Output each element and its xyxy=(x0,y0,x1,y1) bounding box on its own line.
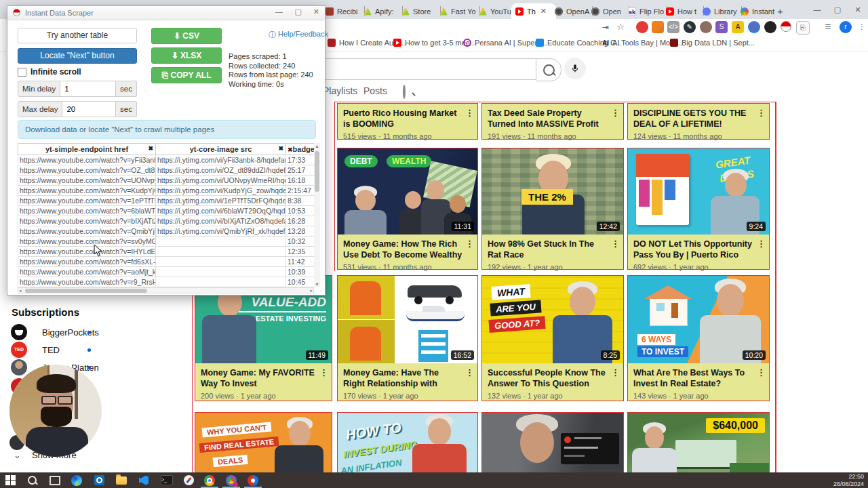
locate-next-button[interactable]: Locate "Next" button xyxy=(18,48,137,64)
profile-avatar[interactable]: r xyxy=(840,21,852,33)
video-thumbnail[interactable]: $640,000 xyxy=(628,413,769,475)
bookmark-star-icon[interactable]: ☆ xyxy=(614,21,627,33)
video-thumbnail[interactable]: GREAT DEALS 9:24 xyxy=(628,148,769,235)
kebab-menu-icon[interactable]: ⋮ xyxy=(465,108,474,118)
video-card[interactable]: 6 WAYS TO INVEST 10:20 What Are The Best… xyxy=(627,275,770,401)
video-card[interactable]: HOW TO INVEST DURING AN INFLATION xyxy=(337,412,478,474)
new-tab-button[interactable]: + xyxy=(773,3,795,19)
tab-howto[interactable]: How t xyxy=(662,3,704,19)
kebab-menu-icon[interactable]: ⋮ xyxy=(465,239,474,249)
plug-extension-icon[interactable] xyxy=(700,21,712,33)
kebab-menu-icon[interactable]: ⋮ xyxy=(611,367,620,378)
yt-tab-posts[interactable]: Posts xyxy=(363,85,387,96)
outlook-icon[interactable] xyxy=(90,474,108,487)
yt-mic-button[interactable] xyxy=(564,58,586,79)
window-close-button[interactable]: ✕ xyxy=(848,0,868,19)
video-card[interactable]: 16:52 Money Game: Have The Right Relatio… xyxy=(337,275,478,401)
remove-column-icon[interactable]: ✖ xyxy=(288,146,293,153)
chrome-icon-2[interactable] xyxy=(222,474,240,487)
popup-titlebar[interactable]: Instant Data Scraper — ▢ ✕ xyxy=(7,6,325,20)
scroll-up-icon[interactable]: ▲ xyxy=(314,143,320,149)
video-card[interactable]: DEBT WEALTH 11:31 Money Game: How The Ri… xyxy=(337,148,478,270)
metamask-extension-icon[interactable] xyxy=(652,21,664,33)
try-another-table-button[interactable]: Try another table xyxy=(18,28,137,43)
video-thumbnail[interactable]: WHAT ARE YOU GOOD AT? 8:25 xyxy=(482,276,623,363)
tab-store[interactable]: Store xyxy=(397,3,441,19)
video-thumbnail[interactable]: WHY YOU CAN'T FIND REAL ESTATE DEALS xyxy=(195,413,332,475)
csv-download-button[interactable]: ⬇ CSV xyxy=(151,28,222,44)
task-view-icon[interactable] xyxy=(46,474,64,487)
flower-extension-icon[interactable] xyxy=(748,21,760,33)
infinite-scroll-checkbox[interactable] xyxy=(18,68,26,77)
scrollbar-thumb[interactable] xyxy=(25,289,147,293)
tab-flipflo[interactable]: skFlip Flo xyxy=(624,3,667,19)
clipboard-extension-icon[interactable]: ⎘ xyxy=(796,21,810,35)
video-card[interactable]: GREAT DEALS 9:24 DO NOT Let This Opportu… xyxy=(627,148,770,270)
video-thumbnail[interactable]: DEBT WEALTH 11:31 xyxy=(338,148,477,235)
yt-tab-playlists[interactable]: Playlists xyxy=(323,85,357,96)
browser-menu-icon[interactable]: ⋮ xyxy=(856,21,868,33)
sidebar-item-biggerpockets[interactable]: BiggerPockets xyxy=(11,324,99,340)
taskbar-search-icon[interactable] xyxy=(23,474,41,487)
popup-maximize-icon[interactable]: ▢ xyxy=(295,7,302,16)
scroll-left-icon[interactable]: ◂ xyxy=(19,288,22,293)
kebab-menu-icon[interactable]: ⋮ xyxy=(757,108,766,118)
video-card[interactable]: $640,000 xyxy=(627,412,770,474)
compass-icon[interactable] xyxy=(180,474,197,487)
video-thumbnail[interactable]: 16:52 xyxy=(338,276,477,363)
video-card[interactable] xyxy=(481,412,624,474)
code-extension-icon[interactable]: </> xyxy=(667,21,679,33)
video-card[interactable]: THE 2% 12:42 How 98% Get Stuck In The Ra… xyxy=(481,148,624,270)
help-feedback-link[interactable]: ⓘ Help/Feedback xyxy=(269,30,328,40)
terminal-icon[interactable]: >_ xyxy=(158,474,176,487)
pen-extension-icon[interactable]: ✎ xyxy=(684,21,696,33)
tab-recibi[interactable]: Recibi xyxy=(321,3,365,19)
a-extension-icon[interactable]: A xyxy=(732,21,744,33)
tab-library[interactable]: Library xyxy=(698,3,742,19)
edge-icon[interactable] xyxy=(68,474,85,487)
tab-openai-2[interactable]: Open xyxy=(587,3,629,19)
tab-close-icon[interactable]: ✕ xyxy=(540,7,547,16)
kebab-menu-icon[interactable]: ⋮ xyxy=(611,239,620,249)
kebab-menu-icon[interactable]: ⋮ xyxy=(757,239,766,249)
window-maximize-button[interactable]: ▢ xyxy=(827,0,848,19)
vscode-icon[interactable] xyxy=(135,474,153,487)
send-to-device-icon[interactable]: ⇥ xyxy=(599,21,612,33)
copy-all-button[interactable]: ⎘ COPY ALL xyxy=(151,67,222,83)
min-delay-input[interactable] xyxy=(60,81,116,97)
kebab-menu-icon[interactable]: ⋮ xyxy=(611,108,620,118)
start-button[interactable] xyxy=(1,474,19,487)
window-minimize-button[interactable]: — xyxy=(807,0,827,19)
file-explorer-icon[interactable] xyxy=(113,474,130,487)
pokeball-extension-icon[interactable] xyxy=(780,21,792,33)
opera-extension-icon[interactable] xyxy=(636,21,648,33)
remove-column-icon[interactable]: ✖ xyxy=(278,145,283,152)
video-card[interactable]: DISCIPLINE GETS YOU THE DEAL OF A LIFETI… xyxy=(627,103,770,140)
scroll-right-icon[interactable]: ▸ xyxy=(310,288,313,293)
video-card[interactable]: WHY YOU CAN'T FIND REAL ESTATE DEALS xyxy=(195,412,332,474)
scrollbar-thumb[interactable] xyxy=(315,151,319,192)
video-thumbnail[interactable]: HOW TO INVEST DURING AN INFLATION xyxy=(338,413,477,475)
tab-fast[interactable]: Fast Yo xyxy=(435,3,480,19)
yt-search-button[interactable] xyxy=(536,58,561,81)
s-extension-icon[interactable]: S xyxy=(715,21,728,33)
tab-apify[interactable]: Apify: xyxy=(359,3,403,19)
tab-list-icon[interactable]: ☰ xyxy=(822,21,834,33)
taskbar-clock[interactable]: 22:50 26/08/2024 xyxy=(833,473,864,487)
xlsx-download-button[interactable]: ⬇ XLSX xyxy=(151,47,222,64)
video-card[interactable]: Puerto Rico Housing Market is BOOMING515… xyxy=(337,103,478,140)
sidebar-item-ted[interactable]: TED TED xyxy=(11,342,60,358)
video-thumbnail[interactable]: THE 2% 12:42 xyxy=(482,148,623,235)
drop-extension-icon[interactable] xyxy=(764,21,776,33)
kebab-menu-icon[interactable]: ⋮ xyxy=(319,367,328,378)
popup-close-icon[interactable]: ✕ xyxy=(313,7,319,16)
chrome-icon-3[interactable] xyxy=(244,474,262,487)
horizontal-scrollbar[interactable]: ◂ ▸ xyxy=(18,287,314,293)
remove-column-icon[interactable]: ✖ xyxy=(148,145,153,152)
yt-channel-search-icon[interactable] xyxy=(403,86,406,98)
video-thumbnail[interactable] xyxy=(482,413,623,475)
tab-active-youtube[interactable]: Th✕ xyxy=(511,3,556,19)
bookmark-item[interactable]: Big Data LDN | Sept... xyxy=(670,39,755,47)
max-delay-input[interactable] xyxy=(62,101,116,117)
popup-minimize-icon[interactable]: — xyxy=(275,7,283,16)
